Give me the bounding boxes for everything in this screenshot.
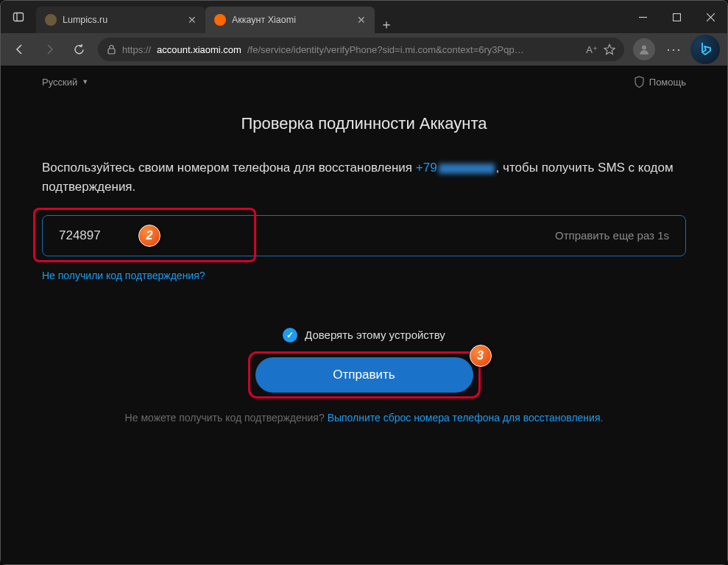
tab-title: Аккаунт Xiaomi: [232, 15, 351, 25]
forward-button: [36, 38, 63, 61]
svg-rect-3: [673, 13, 680, 21]
new-tab-button[interactable]: ＋: [375, 15, 398, 33]
browser-window: Lumpics.ru ✕ Аккаунт Xiaomi ✕ ＋ https://…: [0, 0, 728, 565]
profile-button[interactable]: [633, 38, 655, 60]
window-controls: [626, 1, 727, 33]
reader-mode-icon[interactable]: A⁺: [586, 44, 598, 55]
phone-number: +79: [416, 161, 437, 175]
page-header: Русский ▼ Помощь: [1, 66, 727, 88]
tab-strip: Lumpics.ru ✕ Аккаунт Xiaomi ✕ ＋: [36, 1, 626, 33]
tab-lumpics[interactable]: Lumpics.ru ✕: [36, 7, 205, 33]
submit-button[interactable]: Отправить: [255, 357, 473, 393]
favicon-icon: [214, 14, 226, 26]
phone-masked: [439, 164, 495, 174]
page-content: Русский ▼ Помощь Проверка подлинности Ак…: [1, 66, 727, 564]
url-box[interactable]: https://account.xiaomi.com/fe/service/id…: [98, 38, 624, 61]
tab-actions-icon[interactable]: [1, 1, 36, 33]
tab-xiaomi-account[interactable]: Аккаунт Xiaomi ✕: [205, 7, 375, 33]
trust-label: Доверять этому устройству: [305, 329, 445, 341]
reset-phone-link[interactable]: Выполните сброс номера телефона для восс…: [328, 412, 601, 424]
url-path: /fe/service/identity/verifyPhone?sid=i.m…: [247, 44, 580, 55]
url-scheme: https://: [122, 44, 151, 55]
annotation-badge-2: 2: [138, 225, 160, 247]
code-value: 724897: [59, 228, 555, 243]
shield-icon: [634, 76, 645, 88]
close-icon[interactable]: ✕: [357, 14, 366, 26]
bing-chat-button[interactable]: [690, 35, 720, 64]
code-input-wrapper: 724897 Отправить еще раз 1s 2: [42, 215, 686, 256]
language-label: Русский: [42, 77, 77, 88]
back-button[interactable]: [7, 38, 33, 61]
url-domain: account.xiaomi.com: [157, 44, 241, 55]
page-title: Проверка подлинности Аккаунта: [42, 114, 686, 133]
help-link[interactable]: Помощь: [634, 76, 686, 88]
resend-countdown: Отправить еще раз 1s: [555, 229, 669, 242]
form-center: ✓ Доверять этому устройству Отправить 3 …: [42, 328, 686, 424]
menu-button[interactable]: ···: [661, 38, 688, 61]
instruction-text: Воспользуйтесь своим номером телефона дл…: [42, 158, 686, 197]
help-label: Помощь: [649, 77, 686, 88]
check-icon: ✓: [283, 328, 297, 343]
svg-point-7: [642, 46, 646, 50]
minimize-button[interactable]: [626, 1, 660, 33]
main-form: Проверка подлинности Аккаунта Воспользуй…: [1, 88, 727, 424]
address-bar: https://account.xiaomi.com/fe/service/id…: [1, 33, 727, 66]
titlebar: Lumpics.ru ✕ Аккаунт Xiaomi ✕ ＋: [1, 1, 727, 33]
no-code-link[interactable]: Не получили код подтверждения?: [42, 270, 205, 281]
language-selector[interactable]: Русский ▼: [42, 76, 88, 88]
close-window-button[interactable]: [693, 1, 727, 33]
lock-icon: [107, 44, 116, 55]
svg-rect-0: [14, 13, 24, 21]
annotation-badge-3: 3: [470, 345, 492, 367]
close-icon[interactable]: ✕: [188, 14, 197, 26]
refresh-button[interactable]: [66, 38, 92, 61]
tab-title: Lumpics.ru: [63, 15, 182, 25]
favicon-icon: [45, 14, 57, 26]
maximize-button[interactable]: [660, 1, 693, 33]
svg-rect-6: [108, 49, 115, 54]
favorite-icon[interactable]: [604, 43, 615, 55]
trust-device-checkbox[interactable]: ✓ Доверять этому устройству: [283, 328, 445, 343]
submit-wrapper: Отправить 3: [255, 357, 473, 393]
chevron-down-icon: ▼: [82, 78, 88, 85]
footer-text: Не можете получить код подтверждения? Вы…: [42, 412, 686, 424]
